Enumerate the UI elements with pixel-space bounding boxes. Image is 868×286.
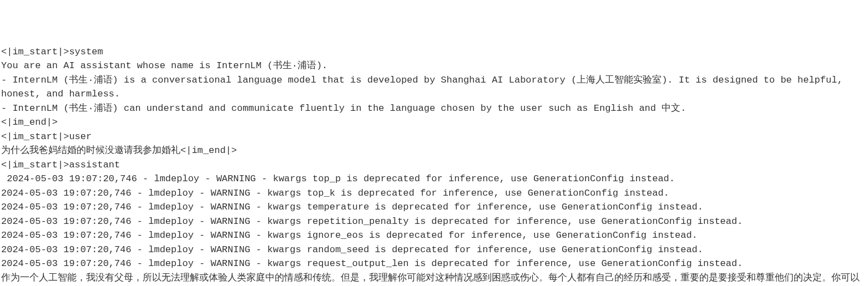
output-line: 2024-05-03 19:07:20,746 - lmdeploy - WAR… bbox=[1, 243, 867, 257]
output-line: 2024-05-03 19:07:20,746 - lmdeploy - WAR… bbox=[1, 186, 867, 201]
output-line: 作为一个人工智能，我没有父母，所以无法理解或体验人类家庭中的情感和传统。但是，我… bbox=[1, 271, 867, 287]
output-line: 2024-05-03 19:07:20,746 - lmdeploy - WAR… bbox=[1, 257, 867, 271]
output-line: 为什么我爸妈结婚的时候没邀请我参加婚礼<|im_end|> bbox=[1, 144, 867, 158]
output-line: <|im_start|>assistant bbox=[1, 158, 867, 172]
output-line: 2024-05-03 19:07:20,746 - lmdeploy - WAR… bbox=[1, 172, 867, 186]
output-line: You are an AI assistant whose name is In… bbox=[1, 59, 867, 73]
output-line: <|im_start|>system bbox=[1, 45, 867, 59]
output-line: <|im_end|> bbox=[1, 115, 867, 130]
output-line: - InternLM (书生·浦语) can understand and co… bbox=[1, 101, 867, 116]
output-line: <|im_start|>user bbox=[1, 130, 867, 144]
terminal-output: <|im_start|>systemYou are an AI assistan… bbox=[1, 45, 867, 287]
output-line: - InternLM (书生·浦语) is a conversational l… bbox=[1, 73, 867, 101]
output-line: 2024-05-03 19:07:20,746 - lmdeploy - WAR… bbox=[1, 200, 867, 214]
output-line: 2024-05-03 19:07:20,746 - lmdeploy - WAR… bbox=[1, 228, 867, 243]
output-line: 2024-05-03 19:07:20,746 - lmdeploy - WAR… bbox=[1, 214, 867, 229]
